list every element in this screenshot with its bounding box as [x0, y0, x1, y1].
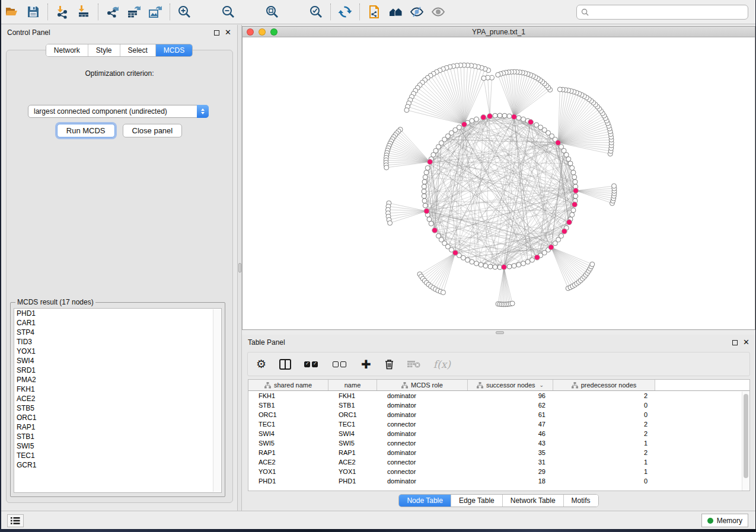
mcds-result-item[interactable]: SWI5: [14, 441, 221, 451]
network-node[interactable]: [502, 113, 507, 118]
tab-network[interactable]: Network: [46, 44, 88, 56]
export-network-button[interactable]: [104, 3, 122, 21]
table-panel-close-icon[interactable]: ✕: [743, 339, 749, 345]
network-node[interactable]: [493, 265, 497, 270]
save-session-button[interactable]: [24, 3, 42, 21]
tab-mcds[interactable]: MCDS: [155, 44, 192, 56]
mcds-result-item[interactable]: PHD1: [14, 309, 221, 318]
search-input[interactable]: [592, 8, 744, 17]
network-hub-node[interactable]: [424, 209, 429, 214]
network-node[interactable]: [570, 213, 575, 217]
network-node[interactable]: [422, 194, 426, 198]
network-leaf-node[interactable]: [441, 290, 445, 295]
network-node[interactable]: [525, 259, 530, 264]
column-header-shared-name[interactable]: shared name: [248, 380, 328, 390]
first-neighbors-button[interactable]: [387, 3, 404, 21]
mcds-result-item[interactable]: CAR1: [14, 318, 221, 328]
network-hub-node[interactable]: [452, 250, 458, 255]
column-header-name[interactable]: name: [328, 380, 377, 390]
mcds-result-item[interactable]: FKH1: [14, 384, 221, 394]
network-node[interactable]: [422, 184, 426, 189]
network-hub-node[interactable]: [487, 114, 493, 119]
network-hub-node[interactable]: [501, 264, 506, 270]
network-node[interactable]: [422, 189, 426, 194]
table-row[interactable]: TEC1TEC1connector472: [248, 419, 749, 429]
network-node[interactable]: [512, 264, 516, 268]
mcds-result-item[interactable]: GCR1: [14, 460, 221, 470]
network-node[interactable]: [559, 233, 564, 238]
network-node[interactable]: [483, 264, 488, 268]
control-panel-close-icon[interactable]: ✕: [225, 30, 231, 36]
table-panel-float-icon[interactable]: [732, 340, 738, 345]
network-node[interactable]: [422, 198, 427, 203]
zoom-in-button[interactable]: [176, 3, 193, 21]
network-node[interactable]: [571, 170, 576, 175]
mcds-result-item[interactable]: SRD1: [14, 366, 221, 375]
zoom-selected-button[interactable]: [307, 3, 325, 21]
mcds-result-item[interactable]: STP4: [14, 328, 221, 337]
run-mcds-button[interactable]: Run MCDS: [57, 124, 115, 137]
mcds-result-item[interactable]: STB5: [14, 403, 221, 413]
network-node[interactable]: [507, 114, 512, 118]
network-node[interactable]: [493, 113, 497, 118]
network-hub-node[interactable]: [573, 188, 578, 193]
network-node[interactable]: [572, 175, 577, 180]
network-node[interactable]: [573, 194, 578, 198]
network-leaf-node[interactable]: [590, 262, 595, 267]
mcds-result-item[interactable]: SWI4: [14, 356, 221, 366]
network-hub-node[interactable]: [432, 227, 438, 233]
network-node[interactable]: [488, 264, 493, 269]
mcds-result-item[interactable]: STB1: [14, 432, 221, 441]
network-node[interactable]: [422, 180, 427, 184]
network-leaf-node[interactable]: [384, 165, 389, 170]
mcds-result-item[interactable]: RAP1: [14, 422, 221, 432]
show-all-button[interactable]: [429, 3, 447, 21]
table-row[interactable]: ACE2ACE2connector311: [248, 457, 749, 467]
network-canvas[interactable]: [243, 38, 755, 329]
table-tab-motifs[interactable]: Motifs: [563, 495, 598, 507]
table-row[interactable]: SWI5SWI5connector431: [248, 438, 749, 448]
table-tab-edge-table[interactable]: Edge Table: [451, 495, 502, 507]
network-leaf-node[interactable]: [510, 301, 515, 306]
mcds-result-item[interactable]: YOX1: [14, 347, 221, 356]
network-leaf-node[interactable]: [388, 220, 393, 225]
table-settings-button[interactable]: ⚙: [256, 358, 266, 370]
refresh-view-button[interactable]: [336, 3, 354, 21]
network-node[interactable]: [534, 123, 539, 127]
delete-column-button[interactable]: [384, 358, 394, 370]
column-header-predecessor-nodes[interactable]: predecessor nodes: [553, 380, 655, 390]
export-image-button[interactable]: [146, 3, 164, 21]
network-hub-node[interactable]: [562, 229, 567, 234]
open-session-button[interactable]: [3, 3, 21, 21]
network-node[interactable]: [470, 118, 474, 123]
network-hub-node[interactable]: [428, 159, 433, 165]
network-node[interactable]: [516, 262, 521, 267]
optimization-criterion-select[interactable]: largest connected component (undirected): [28, 105, 209, 118]
table-tab-network-table[interactable]: Network Table: [502, 495, 563, 507]
network-node[interactable]: [529, 258, 534, 262]
table-row[interactable]: SWI4SWI4dominator462: [248, 429, 749, 438]
network-leaf-node[interactable]: [496, 72, 500, 77]
network-hub-node[interactable]: [548, 245, 554, 250]
network-hub-node[interactable]: [481, 115, 486, 120]
control-panel-float-icon[interactable]: [214, 30, 219, 36]
select-all-columns-button[interactable]: [304, 361, 320, 367]
network-node[interactable]: [479, 262, 483, 267]
delete-table-button[interactable]: [407, 360, 420, 368]
table-row[interactable]: RAP1RAP1dominator352: [248, 448, 749, 457]
zoom-out-button[interactable]: [219, 3, 237, 21]
network-node[interactable]: [573, 180, 578, 184]
network-hub-node[interactable]: [556, 140, 561, 145]
network-node[interactable]: [425, 165, 430, 170]
show-columns-button[interactable]: [279, 359, 291, 370]
table-row[interactable]: FKH1FKH1dominator962: [248, 391, 749, 400]
network-hub-node[interactable]: [528, 120, 534, 125]
table-row[interactable]: ORC1ORC1dominator610: [248, 410, 749, 419]
mcds-result-scrollbar[interactable]: [213, 309, 221, 492]
network-node[interactable]: [571, 208, 576, 213]
network-node[interactable]: [521, 261, 526, 266]
network-hub-node[interactable]: [566, 220, 572, 225]
network-node[interactable]: [516, 116, 521, 120]
network-node[interactable]: [474, 261, 479, 266]
tab-select[interactable]: Select: [120, 44, 155, 56]
